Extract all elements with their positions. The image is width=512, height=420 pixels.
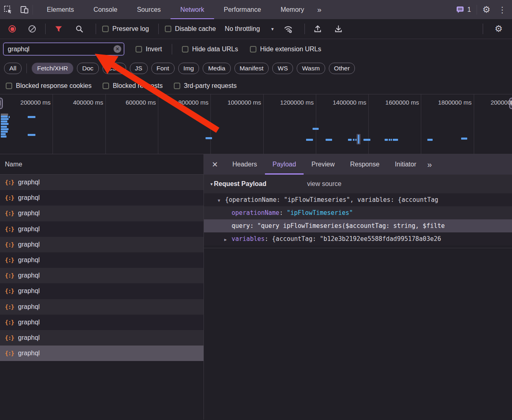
twisty-closed-icon[interactable]: ▶ [224,233,232,245]
network-overview-timeline[interactable]: 200000 ms400000 ms600000 ms800000 ms1000… [0,94,512,154]
table-row[interactable]: {:}graphql [0,346,203,361]
chip-all[interactable]: All [4,63,22,74]
tab-network[interactable]: Network [171,0,214,19]
settings-gear-icon[interactable]: ⚙ [477,5,496,14]
chip-ws[interactable]: WS [272,63,293,74]
divider [483,24,483,34]
table-row[interactable]: {:}graphql [0,206,203,221]
chip-css[interactable]: CSS [103,63,126,74]
overview-request-bar [385,139,388,141]
chip-other[interactable]: Other [329,63,355,74]
chip-js[interactable]: JS [130,63,148,74]
overview-gridline [53,94,53,154]
request-list: {:}graphql{:}graphql{:}graphql{:}graphql… [0,175,203,361]
table-row[interactable]: {:}graphql [0,190,203,206]
checkbox-box[interactable] [6,83,12,89]
table-row[interactable]: {:}graphql [0,268,203,283]
table-row[interactable]: {:}graphql [0,330,203,346]
overview-request-bar [1,133,6,135]
section-twisty-icon[interactable]: ▾ [210,182,213,187]
payload-entry-operationname[interactable]: operationName: "ipFlowTimeseries" [204,206,512,219]
tab-elements[interactable]: Elements [37,0,84,19]
request-name: graphql [18,303,39,311]
tab-performance[interactable]: Performance [214,0,271,19]
throttling-dropdown[interactable]: No throttling ▼ [225,25,274,33]
tab-memory[interactable]: Memory [271,0,314,19]
import-har-icon[interactable] [311,22,325,36]
view-source-link[interactable]: view source [307,180,341,188]
table-row[interactable]: {:}graphql [0,175,203,190]
table-row[interactable]: {:}graphql [0,315,203,330]
overview-request-bar [1,136,7,138]
detail-tab-preview[interactable]: Preview [304,154,342,175]
3rd-party-requests-checkbox[interactable]: 3rd-party requests [174,82,237,90]
hide-data-urls-checkbox[interactable]: Hide data URLs [182,46,238,53]
chip-fetch-xhr[interactable]: Fetch/XHR [32,63,73,74]
chip-img[interactable]: Img [178,63,199,74]
payload-entry-query[interactable]: query: "query ipFlowTimeseries($accountT… [204,219,512,232]
twisty-open-icon[interactable]: ▼ [218,194,225,206]
overview-request-bar [1,123,9,125]
fetch-xhr-icon: {:} [5,241,14,248]
tab-console[interactable]: Console [84,0,127,19]
checkbox-box[interactable] [250,46,256,52]
overview-request-bar [1,126,7,128]
tab-sources[interactable]: Sources [127,0,171,19]
detail-tab-headers[interactable]: Headers [225,154,265,175]
filter-funnel-icon[interactable] [52,22,66,36]
blocked-response-cookies-checkbox[interactable]: Blocked response cookies [6,82,92,90]
more-tabs-icon[interactable]: ›› [314,0,324,19]
table-row[interactable]: {:}graphql [0,299,203,315]
overview-tick-label: 1400000 ms [333,99,367,106]
divider [172,44,172,55]
checkbox-box[interactable] [174,83,180,89]
table-row[interactable]: {:}graphql [0,283,203,299]
name-column-header[interactable]: Name [0,154,203,175]
issues-counter[interactable]: 1 [451,6,477,14]
search-icon[interactable] [72,22,86,36]
checkbox-box[interactable] [103,83,109,89]
chip-doc[interactable]: Doc [77,63,99,74]
chip-manifest[interactable]: Manifest [234,63,269,74]
request-name: graphql [18,350,39,357]
device-toolbar-icon[interactable] [16,0,33,19]
table-row[interactable]: {:}graphql [0,221,203,237]
filter-input[interactable] [3,43,124,55]
checkbox-box[interactable] [182,46,188,52]
inspect-element-icon[interactable] [0,0,16,19]
payload-entry-variables[interactable]: ▶variables: {accountTag: "b12e3b2192ee55… [204,232,512,245]
detail-tab-initiator[interactable]: Initiator [387,154,424,175]
close-details-icon[interactable]: × [204,154,225,175]
network-settings-gear-icon[interactable]: ⚙ [489,24,508,33]
checkbox-box[interactable] [102,26,109,32]
chip-font[interactable]: Font [151,63,175,74]
checkbox-box[interactable] [136,46,142,52]
clear-filter-icon[interactable]: × [114,45,121,53]
table-row[interactable]: {:}graphql [0,237,203,252]
overview-tick-label: 1800000 ms [438,99,472,106]
payload-preview-line[interactable]: ▼{operationName: "ipFlowTimeseries", var… [204,193,512,206]
clear-network-log-icon[interactable] [28,25,36,33]
record-network-log-icon[interactable] [9,25,16,33]
network-conditions-icon[interactable] [281,22,295,36]
overview-left-handle[interactable] [0,98,3,109]
preserve-log-checkbox[interactable]: Preserve log [102,25,149,33]
chip-media[interactable]: Media [203,63,230,74]
overview-request-bar [363,139,370,141]
checkbox-box[interactable] [165,26,171,32]
detail-tab-payload[interactable]: Payload [265,154,304,175]
hide-extension-urls-checkbox[interactable]: Hide extension URLs [250,46,321,53]
request-name: graphql [18,334,39,341]
request-payload-section-header[interactable]: ▾ Request Payload view source [204,175,512,193]
disable-cache-checkbox[interactable]: Disable cache [165,25,216,33]
invert-checkbox[interactable]: Invert [136,46,162,53]
overview-gridline [210,94,211,154]
kebab-menu-icon[interactable]: ⋮ [496,6,512,14]
table-row[interactable]: {:}graphql [0,252,203,268]
export-har-icon[interactable] [332,22,346,36]
overview-tick-label: 600000 ms [126,99,156,106]
chip-wasm[interactable]: Wasm [297,63,325,74]
detail-tab-response[interactable]: Response [342,154,387,175]
blocked-requests-checkbox[interactable]: Blocked requests [103,82,163,90]
details-more-tabs-icon[interactable]: ›› [424,154,434,175]
